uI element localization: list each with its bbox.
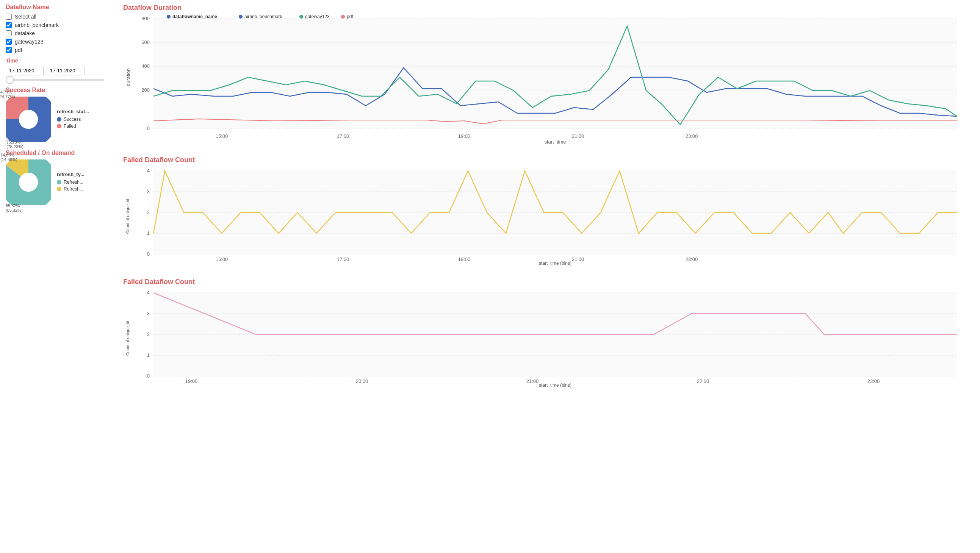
svg-text:0: 0 bbox=[147, 126, 150, 131]
svg-rect-6 bbox=[153, 19, 957, 129]
gateway-checkbox[interactable] bbox=[6, 39, 12, 45]
duration-chart-title: Dataflow Duration bbox=[123, 4, 974, 12]
svg-text:19:00: 19:00 bbox=[458, 256, 471, 262]
svg-text:duration: duration bbox=[126, 68, 131, 86]
svg-text:19:00: 19:00 bbox=[458, 133, 471, 139]
datalake-checkbox[interactable] bbox=[6, 30, 12, 37]
svg-text:Count of unique_id: Count of unique_id bbox=[126, 199, 130, 234]
svg-text:23:00: 23:00 bbox=[867, 378, 880, 384]
svg-text:start_time (bins): start_time (bins) bbox=[539, 383, 571, 388]
scheduled-pie bbox=[6, 159, 51, 205]
success-rate-title: Success Rate bbox=[6, 87, 112, 94]
scheduled-title: Scheduled / On demand bbox=[6, 149, 112, 156]
teal-dot bbox=[57, 180, 61, 184]
scheduled-section: Scheduled / On demand 14,68%(14,68%) 85,… bbox=[6, 149, 112, 205]
success-legend: refresh_stat... Success Failed bbox=[57, 109, 89, 130]
svg-text:gateway123: gateway123 bbox=[305, 15, 330, 19]
svg-text:200: 200 bbox=[142, 87, 150, 93]
time-title: Time bbox=[6, 57, 112, 64]
svg-text:3: 3 bbox=[147, 311, 150, 316]
scheduled-legend-title: refresh_ty... bbox=[57, 172, 84, 177]
svg-text:3: 3 bbox=[147, 189, 150, 194]
svg-text:17:00: 17:00 bbox=[337, 256, 349, 262]
success-pie bbox=[6, 97, 51, 142]
svg-point-2 bbox=[19, 110, 38, 129]
failed-dot bbox=[57, 124, 61, 129]
dataflow-name-title: Dataflow Name bbox=[6, 4, 112, 11]
airbnb-checkbox[interactable] bbox=[6, 22, 12, 28]
gateway-label: gateway123 bbox=[15, 39, 44, 45]
svg-point-31 bbox=[341, 15, 345, 19]
svg-text:22:00: 22:00 bbox=[697, 378, 710, 384]
yellow-dot bbox=[57, 187, 61, 191]
svg-text:2: 2 bbox=[147, 331, 150, 337]
dataflow-list: Select all airbnb_benchmark datalake gat… bbox=[6, 14, 112, 53]
pdf-label: pdf bbox=[15, 47, 22, 53]
date-from-input[interactable] bbox=[6, 66, 44, 75]
time-slider-thumb[interactable] bbox=[6, 76, 14, 84]
success-dot bbox=[57, 117, 61, 122]
success-legend-title: refresh_stat... bbox=[57, 109, 89, 114]
svg-text:4: 4 bbox=[147, 168, 150, 173]
svg-text:1: 1 bbox=[147, 352, 150, 358]
svg-point-5 bbox=[19, 173, 38, 192]
svg-text:20:00: 20:00 bbox=[356, 378, 368, 384]
success-rate-section: Success Rate 24,77%(24,77%) 75,23%(75,23… bbox=[6, 87, 112, 142]
svg-text:19:00: 19:00 bbox=[185, 378, 198, 384]
duration-chart: 800 600 400 200 0 duration 15:00 17:00 1… bbox=[123, 15, 964, 143]
svg-point-27 bbox=[239, 15, 243, 19]
svg-text:start_time: start_time bbox=[544, 139, 566, 143]
select-all-label: Select all bbox=[15, 14, 37, 20]
scheduled-pct-label: 14,68%(14,68%) bbox=[0, 153, 18, 162]
scheduled-legend: refresh_ty... Refresh... Refresh... bbox=[57, 172, 84, 193]
yellow-label: Refresh... bbox=[64, 186, 83, 192]
svg-text:2: 2 bbox=[147, 210, 150, 215]
svg-text:1: 1 bbox=[147, 230, 150, 236]
failed-count-chart: 4 3 2 1 0 Count of unique_id 15:00 17:00… bbox=[123, 167, 964, 265]
date-to-input[interactable] bbox=[47, 66, 84, 75]
svg-text:0: 0 bbox=[147, 373, 150, 379]
svg-point-25 bbox=[167, 15, 170, 19]
svg-text:400: 400 bbox=[142, 63, 150, 69]
svg-text:21:00: 21:00 bbox=[572, 256, 584, 262]
pdf-checkbox[interactable] bbox=[6, 47, 12, 53]
ondemand-pct-label: 85,32%(85,32%) bbox=[6, 203, 23, 213]
failed-label: Failed bbox=[64, 124, 76, 129]
failed-count2-chart-title: Failed Dataflow Count bbox=[123, 278, 974, 286]
datalake-label: datalake bbox=[15, 30, 35, 37]
svg-text:start_time (bins): start_time (bins) bbox=[539, 261, 571, 265]
svg-text:4: 4 bbox=[147, 290, 150, 296]
time-slider[interactable] bbox=[6, 79, 104, 81]
failed-count2-chart-section: Failed Dataflow Count 4 3 2 1 0 Count of… bbox=[123, 278, 974, 389]
svg-text:800: 800 bbox=[142, 16, 150, 21]
svg-text:600: 600 bbox=[142, 40, 150, 45]
failed-count-chart-title: Failed Dataflow Count bbox=[123, 156, 974, 164]
svg-text:15:00: 15:00 bbox=[216, 133, 228, 139]
svg-text:pdf: pdf bbox=[347, 15, 353, 19]
success-pct-label: 75,23%(75,23%) bbox=[6, 140, 24, 149]
failed-pct-label: 24,77%(24,77%) bbox=[0, 90, 15, 99]
svg-text:17:00: 17:00 bbox=[337, 133, 349, 139]
failed-count-chart-section: Failed Dataflow Count 4 3 2 1 0 Count of… bbox=[123, 156, 974, 267]
svg-text:21:00: 21:00 bbox=[527, 378, 539, 384]
select-all-checkbox[interactable] bbox=[6, 14, 12, 20]
teal-label: Refresh... bbox=[64, 180, 83, 185]
svg-text:Count of unique_id: Count of unique_id bbox=[126, 321, 130, 356]
success-label: Success bbox=[64, 117, 81, 122]
svg-text:airbnb_benchmark: airbnb_benchmark bbox=[245, 15, 282, 19]
svg-point-29 bbox=[299, 15, 303, 19]
svg-text:23:00: 23:00 bbox=[686, 133, 698, 139]
svg-text:15:00: 15:00 bbox=[216, 256, 228, 262]
airbnb-label: airbnb_benchmark bbox=[15, 22, 59, 28]
svg-text:0: 0 bbox=[147, 251, 150, 257]
failed-count2-chart: 4 3 2 1 0 Count of unique_id 19:00 20:00… bbox=[123, 289, 964, 388]
svg-text:dataflowname_name: dataflowname_name bbox=[172, 15, 217, 19]
time-section: Time bbox=[6, 57, 112, 81]
svg-text:21:00: 21:00 bbox=[572, 133, 584, 139]
duration-chart-section: Dataflow Duration 800 600 400 200 0 bbox=[123, 4, 974, 145]
svg-text:23:00: 23:00 bbox=[686, 256, 698, 262]
